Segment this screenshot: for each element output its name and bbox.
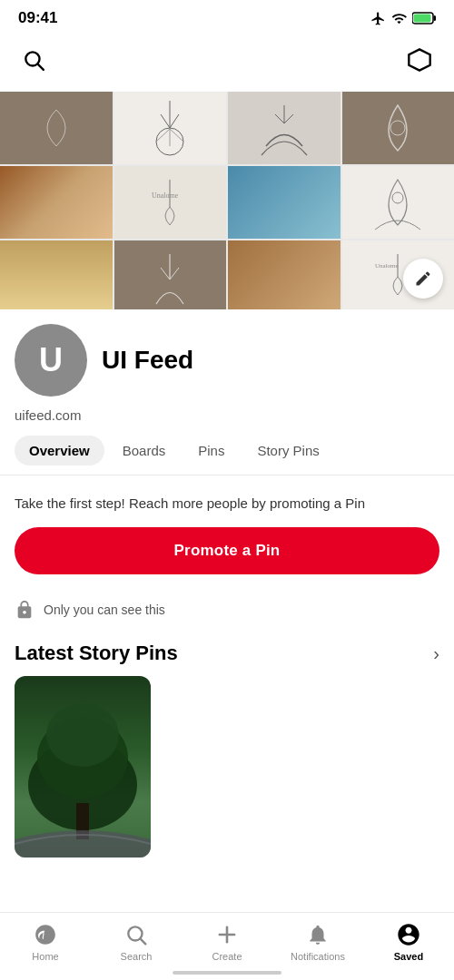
plus-icon [214, 922, 240, 947]
top-nav [0, 33, 454, 92]
svg-point-27 [46, 703, 119, 767]
nav-notifications-label: Notifications [291, 951, 345, 962]
promote-button[interactable]: Promote a Pin [15, 527, 439, 574]
bell-icon-wrap [305, 922, 331, 947]
avatar: U [15, 324, 87, 397]
svg-rect-2 [434, 15, 437, 21]
svg-line-9 [170, 114, 179, 128]
private-notice-text: Only you can see this [44, 603, 165, 617]
svg-text:Unalome: Unalome [375, 262, 399, 270]
status-time: 09:41 [18, 9, 57, 27]
person-circle-icon [396, 921, 421, 948]
promote-text: Take the first step! Reach more people b… [15, 494, 439, 513]
story-pin-preview [0, 676, 454, 930]
profile-name: UI Feed [102, 346, 193, 375]
battery-icon [412, 12, 436, 24]
search-icon [22, 48, 45, 72]
cover-cell-7 [228, 166, 340, 239]
wifi-icon [391, 11, 407, 26]
bell-icon [306, 923, 330, 946]
home-indicator [173, 971, 281, 975]
status-bar: 09:41 [0, 0, 454, 33]
section-header: Latest Story Pins › [0, 631, 454, 676]
cover-cell-11 [228, 240, 340, 309]
story-pin-thumb[interactable] [15, 676, 151, 858]
nav-saved-label: Saved [394, 951, 423, 962]
cover-grid: Unalome [0, 92, 454, 309]
svg-rect-1 [414, 15, 431, 23]
tab-boards[interactable]: Boards [108, 436, 181, 466]
profile-url: uifeed.com [0, 404, 454, 423]
cover-cell-2 [114, 92, 227, 164]
lock-icon [15, 600, 35, 620]
svg-line-15 [284, 114, 293, 123]
settings-button[interactable] [400, 40, 439, 83]
cover-cell-5 [0, 166, 113, 239]
svg-marker-5 [409, 49, 429, 70]
nav-create-label: Create [212, 951, 242, 962]
nav-notifications[interactable]: Notifications [272, 922, 363, 962]
nav-search-label: Search [121, 951, 153, 962]
svg-line-30 [141, 939, 145, 944]
create-icon-wrap [214, 922, 240, 947]
svg-text:Unalome: Unalome [152, 191, 179, 200]
tabs: Overview Boards Pins Story Pins [0, 423, 454, 475]
cover-cell-1 [0, 92, 113, 164]
home-icon-wrap [33, 922, 58, 947]
section-arrow-icon[interactable]: › [433, 643, 439, 664]
cover-cell-10 [114, 240, 227, 309]
cover-cell-4 [342, 92, 455, 164]
hexagon-settings-icon [407, 47, 432, 73]
svg-point-19 [392, 192, 403, 203]
pinterest-home-icon [34, 923, 57, 946]
search-nav-icon-wrap [123, 922, 149, 947]
person-circle-icon-wrap [396, 922, 421, 947]
nav-create[interactable]: Create [182, 922, 272, 962]
nav-saved[interactable]: Saved [363, 922, 454, 962]
private-notice: Only you can see this [0, 589, 454, 631]
nav-home[interactable]: Home [0, 922, 91, 962]
svg-line-4 [38, 64, 44, 70]
bottom-nav: Home Search Create Notifications [0, 912, 454, 980]
svg-line-22 [170, 268, 179, 279]
edit-button[interactable] [403, 259, 443, 299]
cover-image: Unalome [0, 92, 454, 309]
profile-section: U UI Feed [0, 309, 454, 404]
cover-cell-9 [0, 240, 113, 309]
tab-pins[interactable]: Pins [183, 436, 239, 466]
pencil-icon [414, 270, 432, 288]
search-button[interactable] [15, 41, 53, 82]
search-nav-icon [124, 923, 148, 946]
nav-home-label: Home [32, 951, 58, 962]
svg-point-16 [390, 121, 405, 135]
story-pin-image [15, 676, 151, 858]
airplane-icon [370, 11, 386, 26]
tab-story-pins[interactable]: Story Pins [242, 436, 333, 466]
svg-line-21 [161, 268, 170, 279]
status-icons [370, 11, 436, 26]
nav-search[interactable]: Search [91, 922, 182, 962]
svg-line-8 [161, 114, 170, 128]
section-title: Latest Story Pins [15, 642, 178, 665]
tab-overview[interactable]: Overview [15, 436, 104, 466]
promote-section: Take the first step! Reach more people b… [0, 475, 454, 589]
svg-line-14 [275, 114, 284, 123]
cover-cell-6: Unalome [114, 166, 227, 239]
cover-cell-3 [228, 92, 340, 164]
cover-cell-8 [342, 166, 455, 239]
